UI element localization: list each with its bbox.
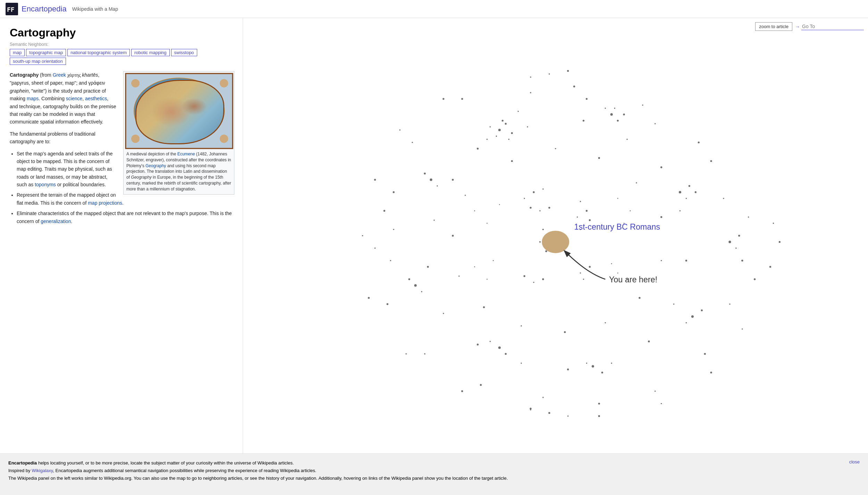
svg-point-150 <box>530 77 531 78</box>
map-projections-link[interactable]: map projections <box>88 200 122 206</box>
toponyms-link[interactable]: toponyms <box>35 182 56 187</box>
footer: close Encartopedia helps locating yourse… <box>0 453 868 495</box>
svg-point-132 <box>586 210 587 212</box>
svg-point-146 <box>773 223 774 224</box>
svg-point-108 <box>477 148 478 150</box>
neighbor-tag[interactable]: map <box>10 49 25 56</box>
svg-point-137 <box>533 282 534 283</box>
svg-point-20 <box>539 241 541 242</box>
svg-point-51 <box>414 284 417 287</box>
svg-point-86 <box>461 390 463 392</box>
svg-point-89 <box>362 235 363 237</box>
article-body: A medieval depiction of the Ecumene (148… <box>10 71 234 225</box>
svg-point-69 <box>480 384 482 386</box>
svg-point-138 <box>542 278 544 280</box>
svg-point-99 <box>639 297 640 299</box>
svg-point-53 <box>421 291 423 292</box>
svg-point-35 <box>679 191 681 193</box>
svg-point-63 <box>741 260 743 262</box>
svg-point-153 <box>530 408 532 409</box>
svg-point-47 <box>586 362 587 364</box>
svg-point-161 <box>486 279 487 280</box>
greek-link[interactable]: Greek <box>53 72 66 78</box>
neighbor-tag[interactable]: topographic map <box>26 49 66 56</box>
zoom-to-article-button[interactable]: zoom to article <box>755 22 792 31</box>
svg-point-119 <box>521 362 522 364</box>
svg-point-87 <box>406 353 407 355</box>
svg-point-58 <box>530 92 531 93</box>
svg-point-60 <box>642 104 643 106</box>
svg-point-37 <box>686 198 687 199</box>
neighbor-tag[interactable]: swisstopo <box>171 49 197 56</box>
svg-point-10 <box>220 79 228 87</box>
svg-point-116 <box>648 341 650 342</box>
svg-point-141 <box>583 279 584 280</box>
svg-point-39 <box>728 241 731 243</box>
you-are-here-text: You are here! <box>609 275 657 284</box>
svg-point-11 <box>131 135 140 143</box>
svg-point-107 <box>486 139 488 140</box>
svg-point-113 <box>679 210 681 212</box>
maps-link[interactable]: maps <box>27 96 39 101</box>
aesthetics-link[interactable]: aesthetics <box>85 96 107 101</box>
wikigalaxy-link[interactable]: Wikigalaxy <box>32 468 53 473</box>
svg-point-143 <box>383 210 385 212</box>
svg-point-80 <box>754 278 756 280</box>
svg-point-148 <box>549 74 550 75</box>
ecumene-link[interactable]: Ecumene <box>177 152 195 156</box>
svg-point-98 <box>661 260 662 261</box>
neighbor-tag[interactable]: south-up map orientation <box>10 58 66 65</box>
image-caption: A medieval depiction of the Ecumene (148… <box>125 149 233 193</box>
medieval-map-svg <box>125 73 233 149</box>
neighbor-tag[interactable]: national topographic system <box>67 49 130 56</box>
svg-point-81 <box>742 328 743 330</box>
svg-point-38 <box>695 191 696 193</box>
svg-point-59 <box>573 86 575 87</box>
svg-point-45 <box>592 365 594 367</box>
generalization-link[interactable]: generalization <box>41 219 71 224</box>
svg-point-74 <box>412 142 413 143</box>
geography-link[interactable]: Geography <box>145 163 166 168</box>
svg-point-65 <box>704 353 706 355</box>
svg-point-136 <box>524 275 525 277</box>
svg-text:FF: FF <box>7 6 15 13</box>
svg-point-106 <box>465 195 466 196</box>
svg-point-130 <box>548 207 550 208</box>
svg-point-123 <box>434 220 435 221</box>
svg-point-105 <box>452 235 453 237</box>
close-button[interactable]: close <box>849 459 860 464</box>
svg-point-4 <box>134 78 224 144</box>
article-image-container: A medieval depiction of the Ecumene (148… <box>123 71 234 195</box>
footer-line-1: Encartopedia helps locating yourself, or… <box>8 459 860 467</box>
footer-brand: Encartopedia <box>8 460 37 466</box>
article-node-text[interactable]: 1st-century BC Romans <box>574 222 660 231</box>
svg-point-158 <box>630 210 631 211</box>
svg-point-24 <box>505 123 507 125</box>
svg-point-163 <box>617 273 618 274</box>
svg-point-96 <box>636 182 637 184</box>
svg-point-68 <box>542 397 544 398</box>
svg-point-91 <box>399 129 401 131</box>
main-container: Cartography Semantic Neighbors: maptopog… <box>0 18 868 453</box>
svg-point-100 <box>605 322 606 324</box>
svg-point-54 <box>430 179 432 181</box>
neighbor-tag[interactable]: robotic mapping <box>131 49 170 56</box>
svg-point-72 <box>374 248 376 249</box>
svg-point-109 <box>527 126 528 128</box>
svg-point-128 <box>530 207 532 208</box>
left-panel: Cartography Semantic Neighbors: maptopog… <box>0 18 243 453</box>
svg-point-50 <box>490 341 491 342</box>
goto-input[interactable] <box>801 23 864 30</box>
svg-point-101 <box>564 331 566 333</box>
science-link[interactable]: science <box>66 96 82 101</box>
article-center-node[interactable] <box>542 231 569 253</box>
app-subtitle: Wikipedia with a Map <box>72 6 118 12</box>
svg-point-16 <box>542 229 544 230</box>
medieval-map-image <box>125 73 233 149</box>
svg-point-142 <box>393 229 394 230</box>
svg-point-8 <box>184 99 205 113</box>
svg-point-127 <box>542 188 544 190</box>
svg-point-7 <box>149 94 177 111</box>
svg-point-31 <box>617 120 619 121</box>
svg-point-82 <box>710 372 712 373</box>
